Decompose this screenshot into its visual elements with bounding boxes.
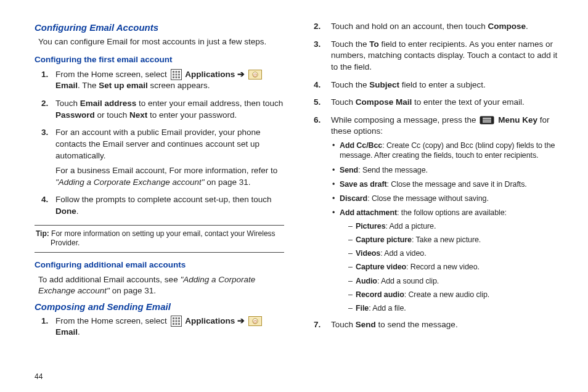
left-column: Configuring Email Accounts You can confi…	[35, 21, 284, 386]
heading-additional-accounts: Configuring additional email accounts	[35, 260, 284, 269]
svg-rect-22	[178, 323, 180, 325]
to-field-label: To	[369, 39, 379, 49]
heading-config-email: Configuring Email Accounts	[35, 22, 284, 33]
compose-step-4: Touch the Subject field to enter a subje…	[310, 80, 560, 91]
option-discard: Discard: Close the message without savin…	[332, 194, 560, 203]
step3-main: For an account with a public Email provi…	[55, 127, 284, 161]
heading-first-account: Configuring the first email account	[35, 55, 284, 64]
applications-label: Applications	[185, 70, 235, 79]
compose-step-7: Touch Send to send the message.	[310, 319, 560, 331]
done-label: Done	[55, 206, 76, 216]
email-icon: @	[248, 316, 262, 326]
arrow-icon: ➔	[235, 70, 247, 79]
svg-rect-1	[173, 71, 174, 73]
attach-record-audio: Record audio: Create a new audio clip.	[348, 290, 560, 300]
intro-text: You can configure Email for most account…	[38, 36, 284, 47]
svg-rect-29	[483, 121, 491, 123]
svg-rect-3	[178, 71, 180, 73]
attach-pictures: Pictures: Add a picture.	[348, 221, 560, 231]
step-1: From the Home screen, select Application…	[51, 69, 284, 92]
xref-corporate-exchange: "Adding a Corporate Exchange account"	[55, 178, 205, 187]
svg-rect-17	[173, 320, 174, 322]
attach-file: File: Add a file.	[348, 303, 560, 313]
page-number: 44	[35, 372, 43, 381]
heading-composing: Composing and Sending Email	[35, 301, 284, 312]
send-label: Send	[356, 320, 376, 329]
tip-box: Tip: For more information on setting up …	[35, 225, 284, 253]
svg-rect-21	[175, 323, 177, 325]
svg-rect-14	[173, 317, 174, 319]
attach-audio: Audio: Add a sound clip.	[348, 276, 560, 286]
option-send: Send: Send the message.	[332, 165, 560, 175]
attachment-options-list: Pictures: Add a picture. Capture picture…	[348, 221, 560, 314]
option-save-draft: Save as draft: Close the message and sav…	[332, 179, 560, 189]
steps-first-account: From the Home screen, select Application…	[51, 69, 284, 218]
menu-key-label: Menu Key	[498, 115, 537, 125]
svg-rect-28	[483, 120, 491, 121]
option-add-attachment: Add attachment: the follow options are a…	[332, 208, 560, 313]
compose-step-6: While composing a message, press the Men…	[310, 115, 560, 314]
compose-label: Compose	[488, 22, 526, 31]
additional-accounts-text: To add additional Email accounts, see "A…	[38, 274, 284, 296]
step-4: Follow the prompts to complete account s…	[51, 194, 284, 217]
svg-rect-27	[483, 118, 491, 119]
compose-mail-label: Compose Mail	[356, 97, 412, 107]
steps-composing: From the Home screen, select Application…	[51, 316, 284, 338]
right-column: Touch and hold on an account, then touch…	[310, 21, 560, 386]
email-icon: @	[248, 70, 262, 80]
svg-rect-4	[173, 74, 174, 76]
compose-step-2: Touch and hold on an account, then touch…	[310, 21, 560, 33]
applications-label: Applications	[185, 316, 235, 325]
email-label: Email	[55, 81, 78, 90]
svg-rect-6	[178, 74, 180, 76]
steps-composing-cont: Touch and hold on an account, then touch…	[310, 21, 560, 331]
step-2: Touch Email address to enter your email …	[51, 98, 284, 121]
menu-key-icon	[480, 116, 494, 125]
svg-rect-7	[173, 76, 174, 78]
svg-text:@: @	[253, 73, 257, 77]
email-label: Email	[55, 327, 78, 337]
svg-rect-2	[175, 71, 177, 73]
compose-step-1: From the Home screen, select Application…	[51, 316, 284, 338]
tip-body: Provider.	[51, 239, 283, 248]
next-label: Next	[129, 110, 147, 120]
svg-rect-9	[178, 76, 180, 78]
svg-rect-16	[178, 317, 180, 319]
arrow-icon: ➔	[235, 316, 247, 325]
step3-extra-pre: For a business Email account, For more i…	[55, 166, 277, 175]
step1-mid: . The	[78, 81, 99, 90]
setup-email-label: Set up email	[99, 81, 148, 90]
applications-icon	[171, 69, 182, 80]
tip-first-line: For more information on setting up your …	[49, 229, 276, 238]
step1-prefix: From the Home screen, select	[55, 70, 169, 79]
subject-label: Subject	[369, 80, 399, 89]
attach-capture-video: Capture video: Record a new video.	[348, 262, 560, 272]
step1-suffix: screen appears.	[148, 81, 210, 90]
step3-extra-post: on page 31.	[205, 178, 251, 187]
compose-step-5: Touch Compose Mail to enter the text of …	[310, 97, 560, 108]
tip-label: Tip:	[36, 229, 49, 238]
compose-step-3: Touch the To field to enter recipients. …	[310, 39, 560, 73]
svg-rect-18	[175, 320, 177, 322]
svg-rect-5	[175, 74, 177, 76]
step-3: For an account with a public Email provi…	[51, 127, 284, 188]
password-label: Password	[55, 110, 95, 120]
svg-rect-15	[175, 317, 177, 319]
svg-rect-20	[173, 323, 174, 325]
option-add-cc-bcc: Add Cc/Bcc: Create Cc (copy) and Bcc (bl…	[332, 141, 560, 161]
svg-text:@: @	[253, 319, 257, 324]
attach-capture-picture: Capture picture: Take a new picture.	[348, 235, 560, 245]
attach-videos: Videos: Add a video.	[348, 248, 560, 258]
svg-rect-19	[178, 320, 180, 322]
menu-options-list: Add Cc/Bcc: Create Cc (copy) and Bcc (bl…	[332, 141, 560, 313]
svg-rect-8	[175, 76, 177, 78]
applications-icon	[171, 316, 182, 327]
email-address-label: Email address	[80, 99, 137, 108]
